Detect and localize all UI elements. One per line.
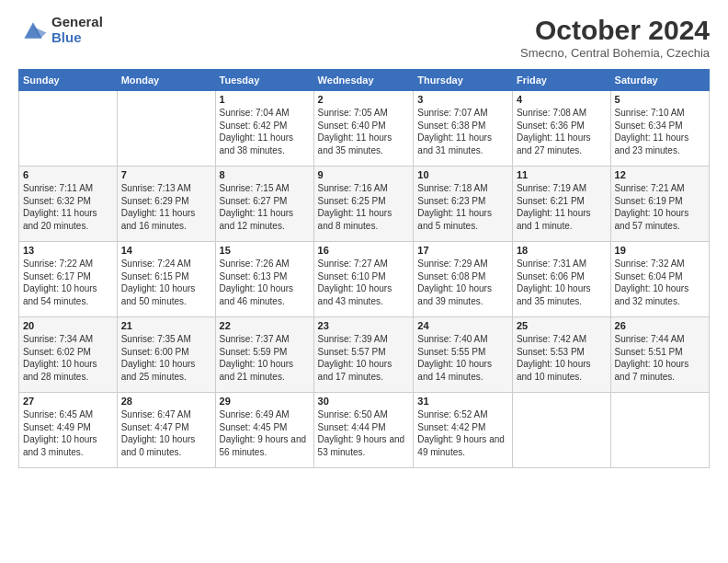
day-info: Sunrise: 7:16 AM Sunset: 6:25 PM Dayligh… bbox=[318, 182, 410, 232]
day-info: Sunrise: 7:08 AM Sunset: 6:36 PM Dayligh… bbox=[517, 107, 607, 156]
week-row-4: 20Sunrise: 7:34 AM Sunset: 6:02 PM Dayli… bbox=[19, 317, 710, 393]
day-cell: 19Sunrise: 7:32 AM Sunset: 6:04 PM Dayli… bbox=[610, 242, 709, 317]
day-cell: 4Sunrise: 7:08 AM Sunset: 6:36 PM Daylig… bbox=[512, 91, 610, 167]
day-cell: 13Sunrise: 7:22 AM Sunset: 6:17 PM Dayli… bbox=[19, 242, 118, 317]
title-block: October 2024 Smecno, Central Bohemia, Cz… bbox=[520, 15, 710, 60]
day-cell: 16Sunrise: 7:27 AM Sunset: 6:10 PM Dayli… bbox=[313, 242, 414, 317]
day-number: 4 bbox=[517, 94, 607, 105]
day-number: 26 bbox=[615, 320, 705, 331]
day-cell: 2Sunrise: 7:05 AM Sunset: 6:40 PM Daylig… bbox=[313, 91, 414, 167]
day-number: 20 bbox=[23, 320, 113, 331]
day-cell: 25Sunrise: 7:42 AM Sunset: 5:53 PM Dayli… bbox=[512, 317, 610, 393]
day-cell: 28Sunrise: 6:47 AM Sunset: 4:47 PM Dayli… bbox=[117, 393, 215, 468]
day-cell: 6Sunrise: 7:11 AM Sunset: 6:32 PM Daylig… bbox=[19, 167, 118, 242]
day-cell: 17Sunrise: 7:29 AM Sunset: 6:08 PM Dayli… bbox=[414, 242, 513, 317]
day-number: 6 bbox=[23, 169, 113, 180]
day-info: Sunrise: 7:32 AM Sunset: 6:04 PM Dayligh… bbox=[615, 258, 705, 307]
day-number: 9 bbox=[318, 169, 410, 180]
day-cell: 23Sunrise: 7:39 AM Sunset: 5:57 PM Dayli… bbox=[313, 317, 414, 393]
logo-icon bbox=[18, 17, 48, 43]
day-number: 28 bbox=[121, 396, 211, 407]
week-row-3: 13Sunrise: 7:22 AM Sunset: 6:17 PM Dayli… bbox=[19, 242, 710, 317]
day-number: 11 bbox=[517, 169, 607, 180]
day-info: Sunrise: 7:40 AM Sunset: 5:55 PM Dayligh… bbox=[417, 333, 508, 383]
day-info: Sunrise: 7:11 AM Sunset: 6:32 PM Dayligh… bbox=[23, 182, 113, 232]
day-number: 10 bbox=[417, 169, 508, 180]
day-info: Sunrise: 7:21 AM Sunset: 6:19 PM Dayligh… bbox=[615, 182, 705, 232]
col-header-wednesday: Wednesday bbox=[313, 70, 414, 91]
day-info: Sunrise: 6:45 AM Sunset: 4:49 PM Dayligh… bbox=[23, 408, 113, 458]
col-header-friday: Friday bbox=[512, 70, 610, 91]
col-header-monday: Monday bbox=[117, 70, 215, 91]
day-info: Sunrise: 7:39 AM Sunset: 5:57 PM Dayligh… bbox=[318, 333, 410, 383]
day-number: 25 bbox=[517, 320, 607, 331]
day-number: 5 bbox=[615, 94, 705, 105]
day-number: 13 bbox=[23, 245, 113, 256]
day-number: 29 bbox=[220, 396, 310, 407]
calendar-header-row: SundayMondayTuesdayWednesdayThursdayFrid… bbox=[19, 70, 710, 91]
month-title: October 2024 bbox=[520, 15, 710, 46]
day-info: Sunrise: 7:34 AM Sunset: 6:02 PM Dayligh… bbox=[23, 333, 113, 383]
header: General Blue October 2024 Smecno, Centra… bbox=[18, 15, 710, 60]
logo-general: General bbox=[51, 15, 103, 30]
week-row-1: 1Sunrise: 7:04 AM Sunset: 6:42 PM Daylig… bbox=[19, 91, 710, 167]
day-number: 15 bbox=[220, 245, 310, 256]
day-info: Sunrise: 7:19 AM Sunset: 6:21 PM Dayligh… bbox=[517, 182, 607, 232]
day-cell: 31Sunrise: 6:52 AM Sunset: 4:42 PM Dayli… bbox=[414, 393, 513, 468]
day-cell: 14Sunrise: 7:24 AM Sunset: 6:15 PM Dayli… bbox=[117, 242, 215, 317]
day-number: 17 bbox=[417, 245, 508, 256]
location: Smecno, Central Bohemia, Czechia bbox=[520, 46, 710, 60]
logo-text: General Blue bbox=[51, 15, 103, 45]
day-number: 21 bbox=[121, 320, 211, 331]
day-info: Sunrise: 6:49 AM Sunset: 4:45 PM Dayligh… bbox=[220, 408, 310, 458]
day-cell: 7Sunrise: 7:13 AM Sunset: 6:29 PM Daylig… bbox=[117, 167, 215, 242]
day-number: 16 bbox=[318, 245, 410, 256]
day-info: Sunrise: 7:24 AM Sunset: 6:15 PM Dayligh… bbox=[121, 258, 211, 307]
day-info: Sunrise: 7:42 AM Sunset: 5:53 PM Dayligh… bbox=[517, 333, 607, 383]
day-cell: 8Sunrise: 7:15 AM Sunset: 6:27 PM Daylig… bbox=[215, 167, 313, 242]
day-cell bbox=[117, 91, 215, 167]
day-info: Sunrise: 6:52 AM Sunset: 4:42 PM Dayligh… bbox=[417, 408, 508, 458]
day-number: 14 bbox=[121, 245, 211, 256]
day-info: Sunrise: 7:26 AM Sunset: 6:13 PM Dayligh… bbox=[220, 258, 310, 307]
day-number: 12 bbox=[615, 169, 705, 180]
day-info: Sunrise: 7:31 AM Sunset: 6:06 PM Dayligh… bbox=[517, 258, 607, 307]
day-cell: 18Sunrise: 7:31 AM Sunset: 6:06 PM Dayli… bbox=[512, 242, 610, 317]
day-cell: 20Sunrise: 7:34 AM Sunset: 6:02 PM Dayli… bbox=[19, 317, 118, 393]
day-number: 7 bbox=[121, 169, 211, 180]
day-number: 3 bbox=[417, 94, 508, 105]
day-number: 1 bbox=[220, 94, 310, 105]
day-info: Sunrise: 7:27 AM Sunset: 6:10 PM Dayligh… bbox=[318, 258, 410, 307]
col-header-sunday: Sunday bbox=[19, 70, 118, 91]
day-info: Sunrise: 7:05 AM Sunset: 6:40 PM Dayligh… bbox=[318, 107, 410, 156]
day-cell: 12Sunrise: 7:21 AM Sunset: 6:19 PM Dayli… bbox=[610, 167, 709, 242]
calendar-table: SundayMondayTuesdayWednesdayThursdayFrid… bbox=[18, 69, 710, 468]
day-cell: 9Sunrise: 7:16 AM Sunset: 6:25 PM Daylig… bbox=[313, 167, 414, 242]
col-header-tuesday: Tuesday bbox=[215, 70, 313, 91]
page: General Blue October 2024 Smecno, Centra… bbox=[0, 0, 728, 477]
day-cell: 10Sunrise: 7:18 AM Sunset: 6:23 PM Dayli… bbox=[414, 167, 513, 242]
day-cell: 5Sunrise: 7:10 AM Sunset: 6:34 PM Daylig… bbox=[610, 91, 709, 167]
day-cell: 26Sunrise: 7:44 AM Sunset: 5:51 PM Dayli… bbox=[610, 317, 709, 393]
day-info: Sunrise: 7:44 AM Sunset: 5:51 PM Dayligh… bbox=[615, 333, 705, 383]
day-info: Sunrise: 7:13 AM Sunset: 6:29 PM Dayligh… bbox=[121, 182, 211, 232]
day-number: 8 bbox=[220, 169, 310, 180]
day-cell: 1Sunrise: 7:04 AM Sunset: 6:42 PM Daylig… bbox=[215, 91, 313, 167]
day-number: 24 bbox=[417, 320, 508, 331]
week-row-2: 6Sunrise: 7:11 AM Sunset: 6:32 PM Daylig… bbox=[19, 167, 710, 242]
day-info: Sunrise: 7:35 AM Sunset: 6:00 PM Dayligh… bbox=[121, 333, 211, 383]
day-number: 2 bbox=[318, 94, 410, 105]
day-cell: 27Sunrise: 6:45 AM Sunset: 4:49 PM Dayli… bbox=[19, 393, 118, 468]
day-number: 19 bbox=[615, 245, 705, 256]
day-info: Sunrise: 7:07 AM Sunset: 6:38 PM Dayligh… bbox=[417, 107, 508, 156]
col-header-thursday: Thursday bbox=[414, 70, 513, 91]
day-info: Sunrise: 7:04 AM Sunset: 6:42 PM Dayligh… bbox=[220, 107, 310, 156]
week-row-5: 27Sunrise: 6:45 AM Sunset: 4:49 PM Dayli… bbox=[19, 393, 710, 468]
day-info: Sunrise: 6:50 AM Sunset: 4:44 PM Dayligh… bbox=[318, 408, 410, 458]
day-cell bbox=[19, 91, 118, 167]
day-number: 30 bbox=[318, 396, 410, 407]
day-number: 27 bbox=[23, 396, 113, 407]
day-cell bbox=[512, 393, 610, 468]
day-info: Sunrise: 7:37 AM Sunset: 5:59 PM Dayligh… bbox=[220, 333, 310, 383]
col-header-saturday: Saturday bbox=[610, 70, 709, 91]
